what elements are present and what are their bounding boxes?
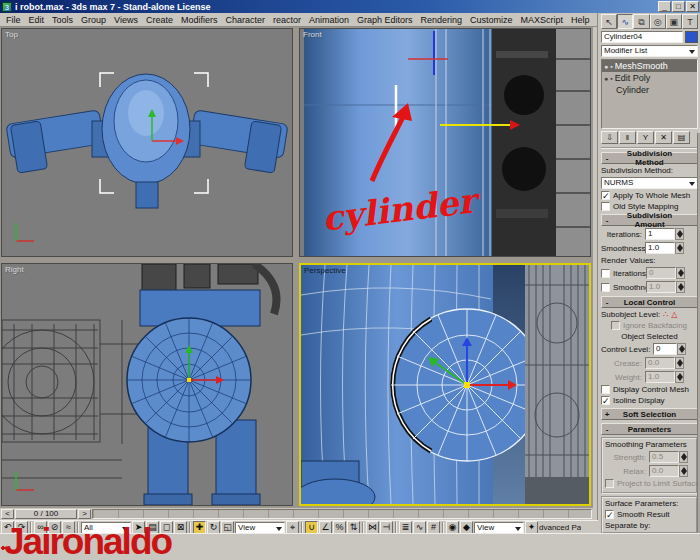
object-color-swatch[interactable] (685, 31, 698, 43)
modifier-list-dropdown[interactable]: Modifier List (601, 45, 698, 57)
stack-item-cylinder[interactable]: Cylinder (602, 84, 697, 96)
menu-file[interactable]: File (2, 15, 25, 25)
command-panel: ↖ ∿ ⧉ ◎ ▣ T Cylinder04 Modifier List ● ▪… (597, 13, 700, 533)
menu-help[interactable]: Help (567, 15, 594, 25)
display-control-mesh-checkbox[interactable] (601, 385, 610, 394)
viewport-top-label[interactable]: Top (5, 30, 18, 39)
object-name-field[interactable]: Cylinder04 (601, 31, 683, 43)
viewport-right-label[interactable]: Right (5, 265, 24, 274)
smooth-result-checkbox[interactable]: ✓ (605, 510, 614, 519)
crease-field[interactable]: 0.0 (645, 357, 675, 369)
menu-rendering[interactable]: Rendering (417, 15, 467, 25)
menu-maxscript[interactable]: MAXScript (517, 15, 568, 25)
tab-modify-icon[interactable]: ∿ (617, 14, 633, 29)
stack-item-label: MeshSmooth (615, 61, 668, 71)
menu-graph-editors[interactable]: Graph Editors (353, 15, 417, 25)
ignore-backfacing-checkbox[interactable] (611, 321, 620, 330)
viewport-right[interactable]: Right (1, 263, 293, 506)
rollout-soft-selection[interactable]: +Soft Selection (601, 408, 698, 420)
menu-create[interactable]: Create (142, 15, 177, 25)
relax-spinner[interactable] (679, 465, 688, 477)
menu-views[interactable]: Views (110, 15, 142, 25)
menu-character[interactable]: Character (221, 15, 269, 25)
tab-motion-icon[interactable]: ◎ (650, 14, 666, 29)
viewport-perspective[interactable]: Perspective (299, 263, 591, 506)
tab-display-icon[interactable]: ▣ (666, 14, 682, 29)
show-end-result-button[interactable]: ‖ (619, 131, 636, 144)
viewport-front[interactable]: Front (299, 28, 591, 257)
configure-modifier-sets-button[interactable]: ▤ (673, 131, 690, 144)
minimize-button[interactable]: _ (658, 1, 671, 12)
smoothness-field[interactable]: 1.0 (645, 242, 675, 254)
subdivision-method-label: Subdivision Method: (601, 166, 698, 175)
render-type-dropdown[interactable]: View (474, 522, 524, 534)
reference-coordinate-dropdown[interactable]: View (235, 522, 285, 534)
rollout-subdivision-amount[interactable]: -Subdivision Amount (601, 214, 698, 226)
relax-field[interactable]: 0.0 (649, 465, 679, 477)
menu-reactor[interactable]: reactor (269, 15, 305, 25)
strength-spinner[interactable] (679, 451, 688, 463)
viewport-perspective-label[interactable]: Perspective (304, 266, 346, 275)
make-unique-button[interactable]: Y (637, 131, 654, 144)
render-iterations-checkbox[interactable] (601, 269, 610, 278)
tab-hierarchy-icon[interactable]: ⧉ (633, 14, 649, 29)
rollout-parameters[interactable]: -Parameters (601, 423, 698, 435)
viewport-front-label[interactable]: Front (303, 30, 322, 39)
smoothness-spinner[interactable] (675, 242, 684, 254)
menu-animation[interactable]: Animation (305, 15, 353, 25)
iterations-spinner[interactable] (675, 228, 684, 240)
rollout-local-control[interactable]: -Local Control (601, 296, 698, 308)
time-slider[interactable]: 0 / 100 (15, 509, 77, 519)
render-iterations-field[interactable]: 0 (646, 267, 676, 279)
menu-group[interactable]: Group (77, 15, 110, 25)
weight-spinner[interactable] (675, 371, 684, 383)
pin-stack-button[interactable]: ⇩ (601, 131, 618, 144)
watermark-text: Jaironaldo (4, 524, 171, 560)
subdivision-method-dropdown[interactable]: NURMS (601, 177, 698, 189)
time-slider-left-arrow[interactable]: < (1, 509, 14, 519)
checkmark: ✓ (606, 510, 614, 520)
title-bar[interactable]: 3 i robot.max - 3ds max 7 - Stand-alone … (0, 0, 700, 13)
subobject-vertex-icon[interactable]: ∴ (663, 310, 668, 319)
weight-field[interactable]: 1.0 (645, 371, 675, 383)
rollout-subdivision-method[interactable]: -Subdivision Method (601, 152, 698, 164)
expand-box-icon[interactable]: ▪ (610, 63, 612, 70)
old-style-mapping-label: Old Style Mapping (613, 202, 678, 211)
tab-utilities-icon[interactable]: T (682, 14, 698, 29)
command-panel-tabs: ↖ ∿ ⧉ ◎ ▣ T (601, 14, 698, 29)
track-bar-ruler[interactable] (92, 509, 592, 519)
time-slider-right-arrow[interactable]: > (78, 509, 91, 519)
machinery-dark (492, 29, 590, 256)
control-level-field[interactable]: 0 (653, 343, 677, 355)
render-values-label: Render Values: (601, 256, 698, 265)
render-iterations-label: Iterations: (613, 269, 646, 278)
iterations-field[interactable]: 1 (645, 228, 675, 240)
project-limit-surface-checkbox[interactable] (605, 479, 614, 488)
tab-create-icon[interactable]: ↖ (601, 14, 617, 29)
render-iterations-spinner[interactable] (676, 267, 685, 279)
viewport-top[interactable]: Top (1, 28, 293, 257)
expand-box-icon[interactable]: ▪ (610, 75, 612, 82)
render-smoothness-field[interactable]: 1.0 (646, 281, 676, 293)
render-smoothness-spinner[interactable] (676, 281, 685, 293)
old-style-mapping-checkbox[interactable] (601, 202, 610, 211)
stack-item-editpoly[interactable]: ● ▪ Edit Poly (602, 72, 697, 84)
close-button[interactable]: ✕ (686, 1, 699, 12)
stack-item-meshsmooth[interactable]: ● ▪ MeshSmooth (602, 60, 697, 72)
visibility-bulb-icon[interactable]: ● (604, 63, 608, 70)
isoline-display-checkbox[interactable]: ✓ (601, 396, 610, 405)
menu-customize[interactable]: Customize (466, 15, 517, 25)
crease-spinner[interactable] (675, 357, 684, 369)
remove-modifier-button[interactable]: ✕ (655, 131, 672, 144)
menu-modifiers[interactable]: Modifiers (177, 15, 222, 25)
menu-edit[interactable]: Edit (25, 15, 49, 25)
subobject-edge-icon[interactable]: △ (671, 310, 677, 319)
right-view-scene (2, 264, 292, 505)
render-smoothness-checkbox[interactable] (601, 283, 610, 292)
strength-field[interactable]: 0.5 (649, 451, 679, 463)
restore-button[interactable]: □ (672, 1, 685, 12)
visibility-bulb-icon[interactable]: ● (604, 75, 608, 82)
menu-tools[interactable]: Tools (48, 15, 77, 25)
control-level-spinner[interactable] (677, 343, 686, 355)
apply-to-whole-mesh-checkbox[interactable]: ✓ (601, 191, 610, 200)
